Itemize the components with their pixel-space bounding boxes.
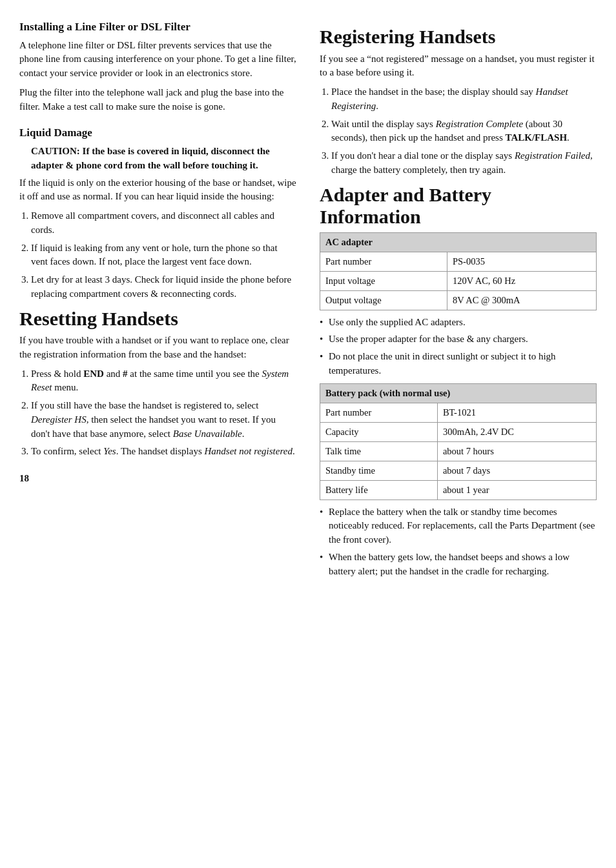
table-cell-value: PS-0035 xyxy=(447,252,596,271)
table-cell-label: Part number xyxy=(320,403,438,422)
table-row: Battery life about 1 year xyxy=(320,480,597,500)
section3-title: Resetting Handsets xyxy=(19,308,296,330)
table-row: Part number PS-0035 xyxy=(320,252,597,271)
battery-bullets: Replace the battery when the talk or sta… xyxy=(320,505,597,579)
list-item: Let dry for at least 3 days. Check for l… xyxy=(31,273,296,301)
section2-title: Liquid Damage xyxy=(19,125,296,141)
list-item: Remove all compartment covers, and disco… xyxy=(31,209,296,237)
table-row: Capacity 300mAh, 2.4V DC xyxy=(320,422,597,441)
list-item: To confirm, select Yes. The handset disp… xyxy=(31,445,296,459)
battery-header: Battery pack (with normal use) xyxy=(320,383,597,403)
section4-body: If you see a “not registered” message on… xyxy=(320,52,597,81)
right-column: Registering Handsets If you see a “not r… xyxy=(317,19,597,583)
list-item: If you still have the base the handset i… xyxy=(31,399,296,441)
table-cell-value: BT-1021 xyxy=(437,403,596,422)
left-column: Installing a Line Filter or DSL Filter A… xyxy=(19,19,299,583)
bold-hash: # xyxy=(123,368,128,379)
table-cell-label: Output voltage xyxy=(320,290,447,310)
list-item: If liquid is leaking from any vent or ho… xyxy=(31,241,296,270)
list-item: Do not place the unit in direct sunlight… xyxy=(320,350,597,378)
italic-system-reset: System Reset xyxy=(31,368,289,393)
page-layout: Installing a Line Filter or DSL Filter A… xyxy=(19,19,597,583)
section2-steps: Remove all compartment covers, and disco… xyxy=(31,209,296,301)
table-header-row: Battery pack (with normal use) xyxy=(320,383,597,403)
list-item: Use the proper adapter for the base & an… xyxy=(320,332,597,347)
table-cell-label: Part number xyxy=(320,252,447,271)
list-item: Use only the supplied AC adapters. xyxy=(320,316,597,330)
table-cell-value: 300mAh, 2.4V DC xyxy=(437,422,596,441)
list-item: Press & hold END and # at the same time … xyxy=(31,367,296,396)
table-row: Part number BT-1021 xyxy=(320,403,597,422)
battery-table: Battery pack (with normal use) Part numb… xyxy=(320,383,597,500)
list-item: Replace the battery when the talk or sta… xyxy=(320,505,597,547)
table-row: Talk time about 7 hours xyxy=(320,441,597,461)
section3-body: If you have trouble with a handset or if… xyxy=(19,334,296,362)
section2-body: If the liquid is only on the exterior ho… xyxy=(19,176,296,205)
section3-steps: Press & hold END and # at the same time … xyxy=(31,367,296,459)
ac-adapter-table: AC adapter Part number PS-0035 Input vol… xyxy=(320,232,597,310)
ac-bullets: Use only the supplied AC adapters. Use t… xyxy=(320,316,597,378)
bold-end: END xyxy=(83,368,104,379)
section1-title: Installing a Line Filter or DSL Filter xyxy=(19,19,296,35)
table-cell-value: about 1 year xyxy=(437,480,596,500)
table-cell-label: Input voltage xyxy=(320,271,447,290)
list-item: If you don't hear a dial tone or the dis… xyxy=(331,149,597,177)
list-item: Place the handset in the base; the displ… xyxy=(331,85,597,114)
section4-title: Registering Handsets xyxy=(320,26,597,48)
list-item: When the battery gets low, the handset b… xyxy=(320,550,597,579)
table-cell-value: about 7 hours xyxy=(437,441,596,461)
list-item: Wait until the display says Registration… xyxy=(331,117,597,146)
table-row: Output voltage 8V AC @ 300mA xyxy=(320,290,597,310)
section5-title: Adapter and Battery Information xyxy=(320,184,597,228)
table-cell-value: 120V AC, 60 Hz xyxy=(447,271,596,290)
ac-adapter-header: AC adapter xyxy=(320,232,597,252)
italic-handset-registering: Handset Registering xyxy=(331,86,568,111)
italic-yes: Yes xyxy=(103,446,116,456)
table-cell-label: Talk time xyxy=(320,441,438,461)
table-cell-label: Standby time xyxy=(320,461,438,480)
section1-body2: Plug the filter into the telephone wall … xyxy=(19,86,296,114)
table-cell-label: Battery life xyxy=(320,480,438,500)
table-cell-label: Capacity xyxy=(320,422,438,441)
table-cell-value: about 7 days xyxy=(437,461,596,480)
table-header-row: AC adapter xyxy=(320,232,597,252)
table-row: Standby time about 7 days xyxy=(320,461,597,480)
section4-steps: Place the handset in the base; the displ… xyxy=(331,85,597,177)
italic-reg-complete: Registration Complete xyxy=(436,119,523,129)
italic-not-registered: Handset not registered xyxy=(205,446,293,456)
section1-body1: A telephone line filter or DSL filter pr… xyxy=(19,39,296,81)
section2-caution: CAUTION: If the base is covered in liqui… xyxy=(31,145,296,173)
italic-base-unavailable: Base Unavailable xyxy=(173,429,242,439)
page-number: 18 xyxy=(19,472,296,486)
italic-reg-failed: Registration Failed xyxy=(515,150,590,161)
table-row: Input voltage 120V AC, 60 Hz xyxy=(320,271,597,290)
italic-deregister: Deregister HS xyxy=(31,414,87,425)
table-cell-value: 8V AC @ 300mA xyxy=(447,290,596,310)
smallcaps-talk-flash: TALK/FLASH xyxy=(506,132,568,143)
